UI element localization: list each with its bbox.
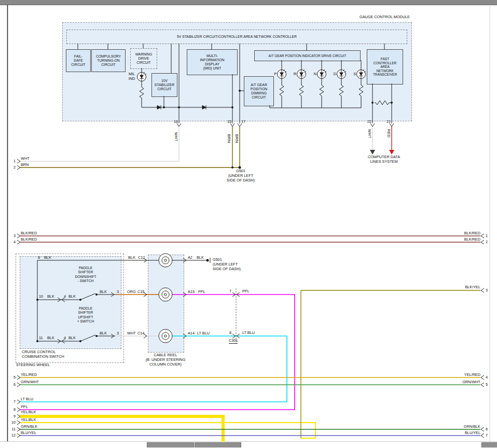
- row2-wire-sw: BLK: [100, 290, 107, 295]
- ground-g501-top-label: G501 (UNDER LEFT SIDE OF DASH): [225, 169, 257, 183]
- right-wire-label-3: BLK/YEL: [443, 285, 480, 290]
- led-label-d: D: [332, 72, 336, 77]
- junction-dots: [36, 90, 393, 342]
- left-wire-label-6: GRN/WHT: [21, 380, 39, 385]
- bottom-connector-tab-2: [195, 442, 241, 447]
- right-pin-2: 2: [486, 240, 493, 245]
- wire16-color-label: WHT: [173, 132, 178, 142]
- right-wire-label-4: YEL/RED: [443, 373, 480, 377]
- wire15-color-label: BRN: [226, 134, 231, 143]
- row3-c301-pin: 8: [226, 331, 231, 335]
- left-wire-label-10: YEL/BLK: [21, 418, 36, 423]
- paddle-downshift-label: PADDLE SHIFTER DOWNSHIFT - SWITCH: [66, 266, 105, 283]
- led-label-s: S: [351, 72, 356, 77]
- frame-lines: [0, 5, 497, 442]
- row3-wire-right: LT BLU: [242, 331, 255, 335]
- left-wire-label-7: LT BLU: [21, 397, 33, 402]
- left-wire-label-3: BLK/RED: [21, 231, 37, 236]
- right-pin-5: 5: [486, 383, 493, 387]
- right-pin-6: 6: [486, 427, 493, 432]
- right-wire-label-2: BLK/RED: [443, 237, 480, 242]
- bottom-connector-tab-1: [147, 442, 194, 447]
- right-pin-7: 7: [486, 433, 493, 438]
- row3-terminal: 3: [117, 331, 119, 336]
- row2-connector: C15: [137, 290, 144, 295]
- module-pin-21: 21: [384, 120, 391, 124]
- left-pin-3: 3: [6, 234, 16, 239]
- left-pin-4: 4: [6, 240, 16, 245]
- left-wire-label-8: PPL: [21, 405, 28, 410]
- left-wire-label-2: BRN: [21, 163, 29, 167]
- row3-wire-sw: BLK: [100, 331, 107, 336]
- row2-wire-mid: ORG: [127, 290, 136, 295]
- ground-g501-mid-label: G501 (UNDER LEFT SIDE OF DASH): [213, 258, 249, 272]
- row2-terminal-a: A15: [188, 290, 195, 295]
- left-pin-6: 6: [6, 383, 16, 387]
- computer-data-lines-label: COMPUTER DATA LINES SYSTEM: [360, 155, 408, 164]
- row1-terminal-a: A2: [188, 256, 192, 260]
- row3-wire-in: BLK: [47, 336, 54, 341]
- right-wire-label-5: GRN/WHT: [443, 380, 480, 385]
- resistors: [140, 84, 391, 105]
- left-wire-label-5: YEL/RED: [21, 373, 37, 377]
- paddle-upshift-label: PADDLE SHIFTER UPSHIFT + SWITCH: [66, 306, 105, 324]
- wire-lt-blu: [20, 336, 287, 402]
- row2-wire-in: BLK: [47, 295, 54, 299]
- module-pin-22: 22: [365, 120, 371, 124]
- left-pin-10: 10: [6, 421, 16, 425]
- row2-pin: 10: [39, 295, 43, 299]
- bottom-connector-tab-3: [481, 442, 497, 447]
- led-label-p: P: [272, 72, 277, 77]
- row3-wire-a: LT BLU: [197, 331, 210, 336]
- right-pin-4: 4: [486, 375, 493, 380]
- row1-pin: 8: [38, 256, 40, 260]
- row3-connector: C14: [137, 331, 144, 336]
- led-label-n: N: [312, 72, 316, 77]
- right-wire-label-1: BLK/RED: [443, 231, 480, 236]
- row3-terminal-a: A14: [188, 331, 195, 336]
- module-pin-17: 17: [241, 120, 247, 124]
- wiring-svg: [0, 0, 497, 448]
- row2-pin2: 4: [64, 295, 66, 299]
- left-pin-8: 8: [6, 408, 16, 412]
- left-pin-2: 2: [6, 165, 16, 170]
- wiring-diagram-canvas: 5V STABILIZER CIRCUIT/CONTROLLER AREA NE…: [0, 0, 497, 448]
- left-pin-12: 12: [6, 433, 16, 438]
- mil-ind-label: MIL IND: [127, 72, 136, 81]
- cable-reel-label: CABLE REEL (B: UNDER STEERING COLUMN COV…: [139, 353, 192, 367]
- module-internal-wires: [78, 44, 392, 123]
- row1-wire-a: BLK: [197, 256, 204, 260]
- right-pin-1: 1: [486, 234, 493, 239]
- left-pin-11: 11: [6, 427, 16, 432]
- steering-wheel-label: STEERING WHEEL: [16, 363, 50, 368]
- row3-wire-in2: BLK: [68, 336, 76, 341]
- module-pin-15: 15: [225, 120, 231, 124]
- row3-pin2: 4: [64, 336, 66, 341]
- left-wire-label-4: BLK/RED: [21, 237, 37, 242]
- row1-wire-out: BLK: [128, 256, 135, 260]
- module-pin-16: 16: [172, 120, 178, 124]
- blk-red-wires: [20, 236, 480, 242]
- cruise-switch-label: CRUISE CONTROL COMBINATION SWITCH: [22, 350, 100, 359]
- left-wire-label-12: BLU/YEL: [21, 431, 36, 436]
- wire17-color-label: BRN: [234, 134, 239, 143]
- row2-wire-right: PPL: [242, 289, 250, 294]
- module-output-wires: [20, 127, 394, 167]
- wire21-color-label: RED: [386, 129, 391, 138]
- cable-reel-coil-symbols: [159, 254, 172, 343]
- wire-blk-yel: [301, 290, 480, 438]
- row1-wire-in: BLK: [44, 256, 51, 260]
- left-wire-label-11: GRN/BLK: [21, 425, 37, 429]
- row3-wire-mid: WHT: [127, 331, 136, 336]
- left-pin-7: 7: [6, 400, 16, 404]
- right-wire-label-7: BLU/YEL: [443, 431, 480, 436]
- left-pin-9: 9: [6, 414, 16, 419]
- left-wire-label-9: YEL/BLK: [21, 410, 36, 415]
- right-pin-3: 3: [486, 288, 493, 293]
- left-wire-label-1: WHT: [21, 157, 30, 161]
- row3-pin: 11: [39, 336, 43, 341]
- led-label-r: R: [292, 72, 296, 77]
- row2-wire-a: PPL: [198, 290, 205, 295]
- gauge-module-title: GAUGE CONTROL MODULE: [343, 15, 410, 20]
- left-pin-1: 1: [6, 159, 16, 164]
